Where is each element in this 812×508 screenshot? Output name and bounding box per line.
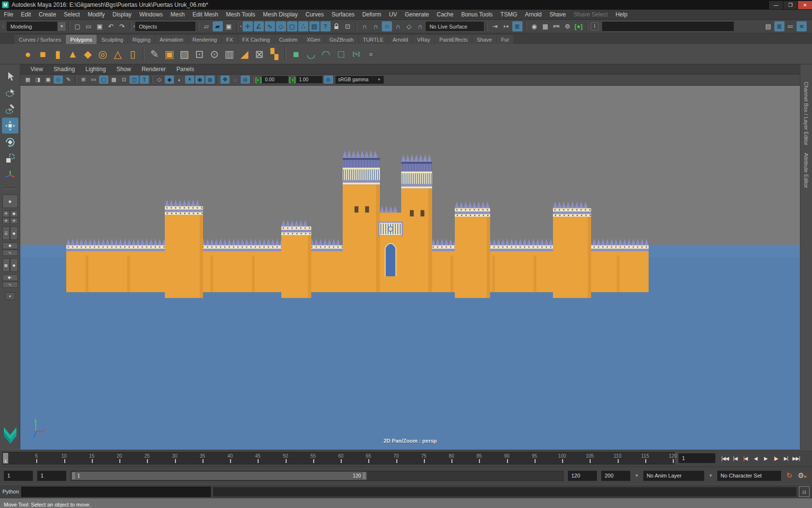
view-transform-dropdown[interactable]: sRGB gamma▼ [335, 76, 384, 84]
menu-windows[interactable]: Windows [135, 11, 167, 18]
menu-mesh-display[interactable]: Mesh Display [259, 11, 302, 18]
lock-selection-icon[interactable] [332, 21, 342, 31]
shelf-crease-hard-icon[interactable]: ◠ [319, 46, 334, 62]
menu-cache[interactable]: Cache [433, 11, 457, 18]
hierarchy-mode-icon[interactable]: ▱ [202, 21, 212, 31]
menu-arnold[interactable]: Arnold [521, 11, 546, 18]
ipr-render-icon[interactable]: IPR [551, 21, 562, 31]
construction-history-icon[interactable]: ≣ [512, 21, 522, 31]
range-start-handle[interactable] [72, 472, 76, 480]
shelf-extra-icon[interactable]: ▫ [363, 46, 378, 62]
restore-button[interactable]: ❐ [783, 1, 798, 9]
select-camera-icon[interactable]: ▦ [23, 75, 32, 84]
snap-to-grid-icon[interactable]: ∩ [360, 21, 370, 31]
menu-tsmg[interactable]: TSMG [496, 11, 521, 18]
menu-generate[interactable]: Generate [401, 11, 433, 18]
play-forwards-button[interactable]: ▶ [761, 453, 770, 463]
current-time-field[interactable]: 1 [679, 453, 715, 463]
animation-start-field[interactable]: 1 [4, 471, 33, 481]
move-tool[interactable] [2, 118, 18, 134]
shelf-tab-curves-surfaces[interactable]: Curves / Surfaces [14, 35, 65, 44]
shelf-bevel-icon[interactable]: ⊡ [192, 46, 207, 62]
save-scene-icon[interactable]: ▣ [95, 21, 105, 31]
menu-modify[interactable]: Modify [84, 11, 108, 18]
shelf-tab-xgen[interactable]: XGen [302, 35, 324, 44]
layout-more-dropdown[interactable]: ▾ [5, 292, 15, 300]
shelf-poly-plane-icon[interactable]: ◆ [80, 46, 95, 62]
menu-display[interactable]: Display [109, 11, 135, 18]
camera-attributes-icon[interactable]: ▣ [44, 75, 53, 84]
gamma-field[interactable]: 1.00 [296, 76, 322, 83]
animation-preferences-icon[interactable]: ⚙▸ [798, 471, 807, 480]
command-language-label[interactable]: Python [2, 489, 19, 494]
select-tool[interactable] [2, 68, 18, 84]
image-plane-icon[interactable]: ✎ [64, 75, 73, 84]
playback-end-field[interactable]: 120 [568, 471, 597, 481]
component-mode-icon[interactable]: ▣ [224, 21, 234, 31]
step-back-frame-button[interactable]: |◀ [730, 453, 740, 463]
field-chart-icon[interactable]: ⊡ [119, 75, 129, 84]
live-surface-field[interactable]: No Live Surface [426, 22, 484, 31]
attribute-editor-toggle-icon[interactable]: ≣ [774, 21, 784, 31]
viewport-3d[interactable]: 2D Pan/Zoom : persp y x z [20, 86, 800, 449]
select-surfaces-icon[interactable]: ◇ [276, 21, 286, 31]
command-input[interactable] [21, 487, 211, 497]
shelf-extrude-icon[interactable]: ▣ [162, 46, 177, 62]
two-d-pan-zoom-icon[interactable]: ✥ [220, 75, 230, 84]
xray-icon[interactable]: ◎ [241, 75, 250, 84]
shelf-tab-fx-caching[interactable]: FX Caching [238, 35, 274, 44]
undo-icon[interactable]: ↶ [106, 21, 116, 31]
tab-attribute-editor[interactable]: Attribute Editor [803, 153, 809, 188]
output-connections-icon[interactable]: ↦ [501, 21, 511, 31]
shelf-tab-painteffects[interactable]: PaintEffects [435, 35, 472, 44]
menu-file[interactable]: File [0, 11, 17, 18]
shelf-subdiv-cube-icon[interactable]: □ [334, 46, 348, 62]
range-slider-bar[interactable]: 1 120 [72, 472, 367, 480]
shelf-crease-soft-icon[interactable]: ◡ [304, 46, 319, 62]
select-rendering-icon[interactable]: ▤ [309, 21, 319, 31]
quick-entry-input[interactable] [602, 22, 734, 31]
menu-edit[interactable]: Edit [17, 11, 35, 18]
animation-end-dropdown-arrow-icon[interactable]: ▼ [635, 473, 639, 478]
current-frame-marker[interactable]: 1 [3, 453, 8, 463]
select-lines-icon[interactable]: ∿ [265, 21, 275, 31]
shelf-poly-cone-icon[interactable]: ▲ [65, 46, 80, 62]
wireframe-icon[interactable]: ◇ [155, 75, 164, 84]
shelf-poly-cube-icon[interactable]: ■ [35, 46, 50, 62]
step-forward-frame-button[interactable]: ▶| [781, 453, 791, 463]
rotate-tool[interactable] [2, 134, 18, 150]
selection-mask-preset-dropdown[interactable]: Objects [135, 22, 195, 31]
menu-edit-mesh[interactable]: Edit Mesh [188, 11, 222, 18]
scale-tool[interactable] [2, 150, 18, 166]
select-handles-icon[interactable]: ∠ [254, 21, 264, 31]
shelf-tab-rendering[interactable]: Rendering [188, 35, 221, 44]
playback-start-field[interactable]: 1 [37, 471, 66, 481]
shelf-poly-cylinder-icon[interactable]: ▮ [50, 46, 65, 62]
shelf-smooth-icon[interactable]: ▨ [177, 46, 192, 62]
shelf-tab-fx[interactable]: FX [222, 35, 237, 44]
shelf-tab-custom[interactable]: Custom [275, 35, 302, 44]
layout-four-view[interactable]: ✛✛◆✛ [2, 210, 18, 224]
input-connections-icon[interactable]: ⇥ [490, 21, 500, 31]
shelf-tab-gozbrush[interactable]: GoZBrush [325, 35, 358, 44]
panel-menu-view[interactable]: View [25, 66, 48, 73]
menu-set-dropdown[interactable]: Modeling [7, 22, 57, 31]
make-live-icon[interactable]: ◇ [404, 21, 414, 31]
shelf-poly-pyramid-icon[interactable]: △ [110, 46, 125, 62]
menu-mesh[interactable]: Mesh [167, 11, 188, 18]
menu-select[interactable]: Select [60, 11, 84, 18]
shelf-poly-sphere-icon[interactable]: ● [20, 46, 35, 62]
exposure-icon[interactable]: [◐] [255, 76, 261, 83]
color-management-toggle-icon[interactable]: ◎ [324, 75, 333, 84]
layout-persp-graph[interactable]: ◆∿ [2, 242, 18, 256]
last-tool-used[interactable] [2, 167, 18, 183]
snap-to-projected-center-icon[interactable]: ∩ [393, 21, 403, 31]
menu-surfaces[interactable]: Surfaces [328, 11, 358, 18]
go-to-start-button[interactable]: |◀◀ [720, 453, 730, 463]
shelf-tab-turtle[interactable]: TURTLE [359, 35, 388, 44]
shelf-tab-fur[interactable]: Fur [497, 35, 514, 44]
shelf-multi-cut-icon[interactable]: ⊠ [252, 46, 267, 62]
tab-channel-box-layer-editor[interactable]: Channel Box / Layer Editor [803, 82, 809, 145]
step-forward-key-button[interactable]: |▶ [771, 453, 781, 463]
character-set-dropdown[interactable]: No Character Set [717, 471, 781, 481]
